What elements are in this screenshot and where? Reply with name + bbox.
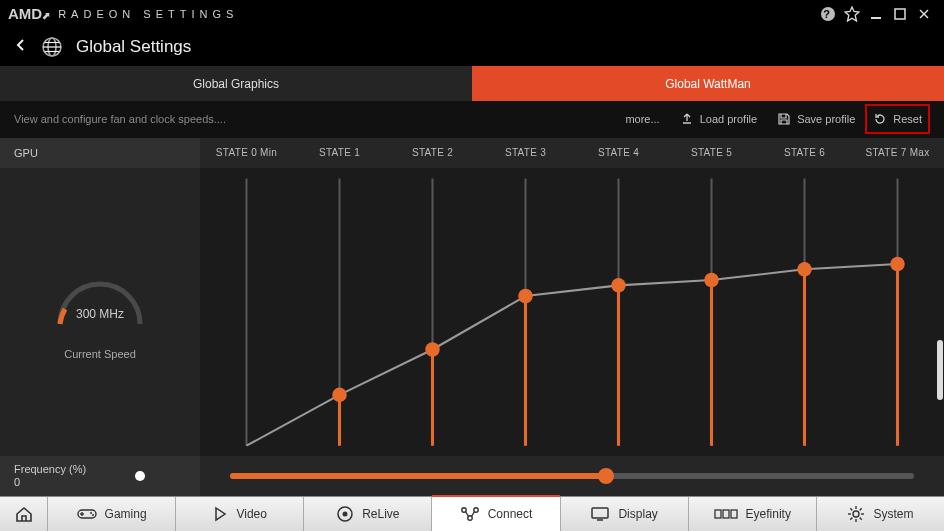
tab-global-graphics[interactable]: Global Graphics [0,66,472,101]
svg-line-55 [851,508,853,510]
nav-eyefinity[interactable]: Eyefinity [689,497,817,531]
state-column-label: STATE 0 Min [200,138,293,168]
frequency-slider[interactable] [230,473,914,479]
close-button[interactable] [912,2,936,26]
tab-global-wattman[interactable]: Global WattMan [472,66,944,101]
bottom-nav: Gaming Video ReLive Connect Display Eyef… [0,496,944,531]
nav-video[interactable]: Video [176,497,304,531]
pstate-chart: STATE 0 MinSTATE 1STATE 2STATE 3STATE 4S… [200,138,944,496]
svg-rect-3 [895,9,905,19]
gear-icon [847,505,865,523]
titlebar: AMD⬈ RADEON SETTINGS ? [0,0,944,28]
svg-point-37 [92,514,94,516]
side-panel: GPU 300 MHz Current Speed Frequency (%) … [0,138,200,496]
upload-icon [680,112,694,126]
svg-line-57 [851,518,853,520]
more-button[interactable]: more... [615,104,669,134]
state-column-label: STATE 1 [293,138,386,168]
connect-icon [460,506,480,522]
star-icon[interactable] [840,2,864,26]
state-column-label: STATE 7 Max [851,138,944,168]
save-icon [777,112,791,126]
nav-gaming[interactable]: Gaming [48,497,176,531]
svg-point-28 [518,289,532,304]
home-icon [14,504,34,524]
side-panel-label: GPU [0,138,200,168]
pstate-chart-body[interactable] [200,168,944,456]
gamepad-icon [77,507,97,521]
svg-point-29 [611,278,625,293]
frequency-panel: Frequency (%) 0 [0,456,200,496]
nav-relive[interactable]: ReLive [304,497,432,531]
actionbar: View and configure fan and clock speeds.… [0,101,944,138]
play-icon [212,506,228,522]
svg-point-30 [704,273,718,288]
page-title: Global Settings [76,37,191,57]
frequency-slider-knob[interactable] [598,468,614,484]
svg-point-50 [853,511,859,517]
scrollbar-handle[interactable] [937,340,943,400]
frequency-slider-row [200,456,944,496]
brand-name: RADEON SETTINGS [58,8,238,20]
minimize-button[interactable] [864,2,888,26]
svg-line-56 [860,518,862,520]
reset-button[interactable]: Reset [865,104,930,134]
gauge-caption: Current Speed [64,348,136,360]
state-column-label: STATE 6 [758,138,851,168]
settings-tabs: Global Graphics Global WattMan [0,66,944,101]
state-column-label: STATE 2 [386,138,479,168]
svg-point-36 [90,512,92,514]
nav-home[interactable] [0,497,48,531]
nav-display[interactable]: Display [561,497,689,531]
pstate-header: STATE 0 MinSTATE 1STATE 2STATE 3STATE 4S… [200,138,944,168]
maximize-button[interactable] [888,2,912,26]
brand: AMD⬈ RADEON SETTINGS [8,5,238,22]
state-column-label: STATE 3 [479,138,572,168]
page-header: Global Settings [0,28,944,67]
svg-line-44 [471,512,474,517]
actionbar-description: View and configure fan and clock speeds.… [14,113,226,125]
svg-rect-48 [723,510,729,518]
svg-rect-45 [592,508,608,518]
relive-icon [336,505,354,523]
save-profile-button[interactable]: Save profile [767,104,865,134]
svg-point-26 [332,387,346,402]
svg-point-39 [343,512,348,517]
svg-line-58 [860,508,862,510]
help-icon[interactable]: ? [816,2,840,26]
frequency-label: Frequency (%) [14,463,86,476]
state-column-label: STATE 5 [665,138,758,168]
frequency-indicator-dot [135,471,145,481]
svg-line-43 [465,512,468,517]
globe-icon [40,35,64,59]
state-column-label: STATE 4 [572,138,665,168]
gauge-value: 300 MHz [45,307,155,321]
speed-gauge: 300 MHz [45,264,155,336]
svg-point-31 [797,262,811,277]
nav-connect[interactable]: Connect [432,497,560,531]
frequency-value: 0 [14,476,86,489]
eyefinity-icon [714,507,738,521]
display-icon [590,506,610,522]
load-profile-button[interactable]: Load profile [670,104,768,134]
main-content: GPU 300 MHz Current Speed Frequency (%) … [0,138,944,496]
reset-icon [873,112,887,126]
svg-rect-49 [731,510,737,518]
svg-point-32 [890,256,904,271]
brand-logo: AMD⬈ [8,5,50,22]
nav-system[interactable]: System [817,497,944,531]
back-button[interactable] [14,36,28,57]
svg-text:?: ? [823,8,833,20]
svg-point-27 [425,342,439,357]
svg-rect-47 [715,510,721,518]
